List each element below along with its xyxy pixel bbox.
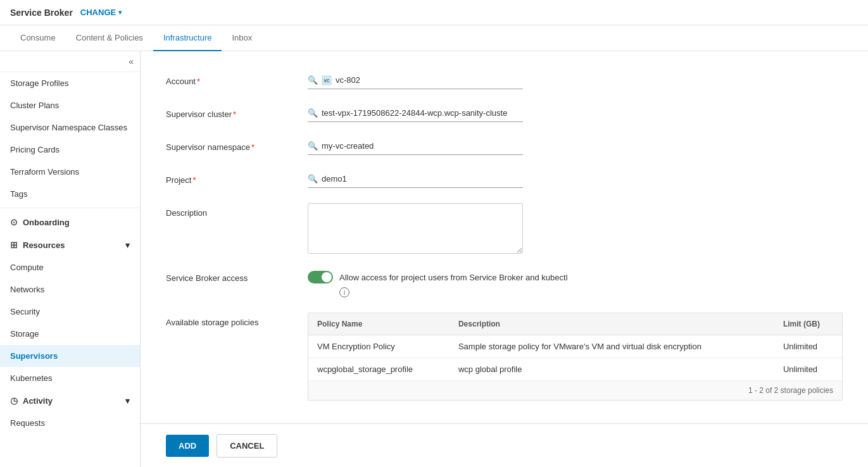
- storage-policies-label: Available storage policies: [166, 313, 292, 327]
- sidebar-item-storage-profiles[interactable]: Storage Profiles: [0, 72, 140, 94]
- supervisor-namespace-field: 🔍: [308, 137, 523, 155]
- toggle-label: Allow access for project users from Serv…: [339, 273, 568, 282]
- sidebar-item-label: Supervisors: [10, 351, 58, 361]
- supervisor-cluster-row: Supervisor cluster* 🔍: [166, 104, 843, 122]
- tab-infrastructure[interactable]: Infrastructure: [153, 25, 222, 51]
- main-layout: « Storage Profiles Cluster Plans Supervi…: [0, 51, 868, 467]
- app-title: Service Broker: [10, 8, 73, 18]
- supervisor-cluster-input[interactable]: [322, 107, 523, 119]
- sidebar-item-label: Compute: [10, 263, 44, 272]
- col-limit: Limit (GB): [774, 313, 842, 335]
- sidebar-item-compute[interactable]: Compute: [0, 256, 140, 278]
- description-label: Description: [166, 203, 292, 218]
- sidebar: « Storage Profiles Cluster Plans Supervi…: [0, 51, 141, 467]
- sidebar-item-terraform-versions[interactable]: Terraform Versions: [0, 161, 140, 183]
- description-textarea[interactable]: [308, 203, 523, 254]
- sidebar-item-requests[interactable]: Requests: [0, 412, 140, 434]
- change-label: CHANGE: [80, 8, 116, 17]
- supervisor-cluster-label: Supervisor cluster*: [166, 104, 292, 119]
- sidebar-item-tags[interactable]: Tags: [0, 183, 140, 205]
- info-icon[interactable]: i: [339, 287, 349, 297]
- tab-content-policies[interactable]: Content & Policies: [66, 25, 153, 51]
- tab-bar: Consume Content & Policies Infrastructur…: [0, 25, 868, 51]
- sidebar-item-pricing-cards[interactable]: Pricing Cards: [0, 139, 140, 161]
- sidebar-group-label: Activity: [23, 396, 53, 406]
- service-broker-access-toggle[interactable]: [308, 271, 333, 283]
- storage-policies-table: Policy Name Description Limit (GB) VM En…: [308, 313, 843, 401]
- chevron-down-icon: ▾: [118, 9, 122, 16]
- sidebar-group-activity[interactable]: ◷ Activity ▾: [0, 389, 140, 412]
- activity-icon: ◷: [10, 395, 18, 406]
- storage-table: Policy Name Description Limit (GB) VM En…: [308, 313, 842, 380]
- policy-name-cell: VM Encryption Policy: [308, 335, 450, 358]
- sidebar-item-label: Requests: [10, 418, 45, 428]
- sidebar-item-supervisors[interactable]: Supervisors: [0, 345, 140, 367]
- tab-consume[interactable]: Consume: [10, 25, 66, 51]
- project-label: Project*: [166, 170, 292, 185]
- col-description: Description: [450, 313, 774, 335]
- supervisor-namespace-input[interactable]: [322, 140, 523, 152]
- change-button[interactable]: CHANGE ▾: [80, 8, 122, 17]
- sidebar-item-label: Networks: [10, 285, 44, 294]
- sidebar-item-label: Terraform Versions: [10, 167, 79, 177]
- collapse-icon[interactable]: «: [129, 56, 134, 66]
- project-input[interactable]: [322, 173, 523, 185]
- description-cell: wcp global profile: [450, 358, 774, 381]
- table-row: VM Encryption Policy Sample storage poli…: [308, 335, 842, 358]
- sidebar-item-label: Pricing Cards: [10, 145, 60, 154]
- supervisor-namespace-label: Supervisor namespace*: [166, 137, 292, 152]
- service-broker-access-label: Service Broker access: [166, 271, 292, 283]
- description-row: Description: [166, 203, 843, 256]
- sidebar-item-storage[interactable]: Storage: [0, 323, 140, 345]
- table-row: wcpglobal_storage_profile wcp global pro…: [308, 358, 842, 381]
- add-button[interactable]: ADD: [166, 435, 209, 457]
- policy-name-cell: wcpglobal_storage_profile: [308, 358, 450, 381]
- account-row: Account* 🔍 vc: [166, 72, 843, 89]
- onboarding-icon: ⊙: [10, 217, 18, 227]
- table-footer: 1 - 2 of 2 storage policies: [308, 380, 842, 400]
- search-icon: 🔍: [308, 141, 318, 151]
- sidebar-item-cluster-plans[interactable]: Cluster Plans: [0, 94, 140, 116]
- project-row: Project* 🔍: [166, 170, 843, 188]
- service-broker-access-row: Service Broker access Allow access for p…: [166, 271, 843, 297]
- header: Service Broker CHANGE ▾: [0, 0, 868, 25]
- sidebar-item-label: Storage: [10, 329, 39, 339]
- sidebar-item-label: Cluster Plans: [10, 101, 59, 110]
- content-area: Account* 🔍 vc Supervisor cluster*: [141, 51, 868, 423]
- sidebar-item-networks[interactable]: Networks: [0, 278, 140, 301]
- project-field: 🔍: [308, 170, 523, 188]
- col-policy-name: Policy Name: [308, 313, 450, 335]
- storage-policies-row: Available storage policies Policy Name D…: [166, 313, 843, 401]
- sidebar-group-resources[interactable]: ⊞ Resources ▾: [0, 233, 140, 256]
- supervisor-namespace-row: Supervisor namespace* 🔍: [166, 137, 843, 155]
- description-field: [308, 203, 523, 256]
- sidebar-item-kubernetes[interactable]: Kubernetes: [0, 367, 140, 389]
- sidebar-group-label: Onboarding: [23, 218, 70, 227]
- account-label: Account*: [166, 72, 292, 86]
- chevron-down-icon: ▾: [125, 396, 130, 406]
- toggle-knob: [322, 272, 332, 282]
- limit-cell: Unlimited: [774, 358, 842, 381]
- sidebar-item-label: Storage Profiles: [10, 78, 69, 88]
- chevron-down-icon: ▾: [125, 240, 130, 250]
- bottom-bar: ADD CANCEL: [141, 423, 868, 467]
- sidebar-item-label: Supervisor Namespace Classes: [10, 123, 127, 132]
- account-input[interactable]: [336, 74, 523, 86]
- cancel-button[interactable]: CANCEL: [217, 434, 277, 458]
- search-icon: 🔍: [308, 108, 318, 118]
- search-icon: 🔍: [308, 75, 318, 85]
- sidebar-group-label: Resources: [23, 240, 65, 250]
- sidebar-group-onboarding[interactable]: ⊙ Onboarding: [0, 211, 140, 233]
- resources-icon: ⊞: [10, 240, 18, 250]
- sidebar-collapse: «: [0, 51, 140, 72]
- sidebar-item-supervisor-namespace-classes[interactable]: Supervisor Namespace Classes: [0, 116, 140, 139]
- account-field: 🔍 vc: [308, 72, 523, 89]
- limit-cell: Unlimited: [774, 335, 842, 358]
- sidebar-item-security[interactable]: Security: [0, 301, 140, 323]
- tab-inbox[interactable]: Inbox: [222, 25, 262, 51]
- search-icon: 🔍: [308, 174, 318, 184]
- sidebar-item-label: Security: [10, 307, 40, 316]
- supervisor-cluster-field: 🔍: [308, 104, 523, 122]
- account-type-icon: vc: [322, 75, 332, 85]
- description-cell: Sample storage policy for VMware's VM an…: [450, 335, 774, 358]
